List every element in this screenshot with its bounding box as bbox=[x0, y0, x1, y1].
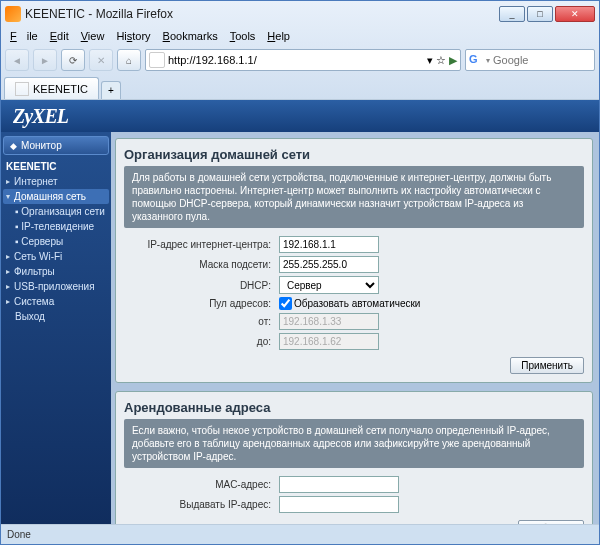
stop-button[interactable]: ✕ bbox=[89, 49, 113, 71]
lbl-netmask: Маска подсети: bbox=[124, 259, 279, 270]
tab-label: KEENETIC bbox=[33, 83, 88, 95]
select-dhcp[interactable]: Сервер bbox=[279, 276, 379, 294]
menu-help[interactable]: Help bbox=[262, 30, 295, 42]
input-router-ip[interactable] bbox=[279, 236, 379, 253]
input-mac[interactable] bbox=[279, 476, 399, 493]
window-title: KEENETIC - Mozilla Firefox bbox=[25, 7, 173, 21]
new-tab-button[interactable]: + bbox=[101, 81, 121, 99]
back-button[interactable]: ◄ bbox=[5, 49, 29, 71]
menu-bookmarks[interactable]: Bookmarks bbox=[158, 30, 223, 42]
lbl-mac: MAC-адрес: bbox=[124, 479, 279, 490]
menu-file[interactable]: File bbox=[5, 30, 43, 42]
menu-tools[interactable]: Tools bbox=[225, 30, 261, 42]
sidebar-item-org[interactable]: Организация сети bbox=[3, 204, 109, 219]
input-pool-from bbox=[279, 313, 379, 330]
maximize-button[interactable]: □ bbox=[527, 6, 553, 22]
minimize-button[interactable]: _ bbox=[499, 6, 525, 22]
sidebar: Монитор KEENETIC Интернет Домашняя сеть … bbox=[1, 132, 111, 524]
brand-logo: ZyXEL bbox=[13, 105, 68, 128]
lbl-pool-to: до: bbox=[124, 336, 279, 347]
menu-edit[interactable]: Edit bbox=[45, 30, 74, 42]
menu-history[interactable]: History bbox=[111, 30, 155, 42]
menu-bar: File Edit View History Bookmarks Tools H… bbox=[1, 27, 599, 45]
checkbox-auto-pool[interactable] bbox=[279, 297, 292, 310]
home-button[interactable]: ⌂ bbox=[117, 49, 141, 71]
input-netmask[interactable] bbox=[279, 256, 379, 273]
sidebar-monitor[interactable]: Монитор bbox=[3, 136, 109, 155]
google-icon: G bbox=[469, 53, 483, 67]
search-dropdown-icon[interactable]: ▾ bbox=[486, 56, 490, 65]
go-button[interactable]: ▶ bbox=[449, 54, 457, 67]
status-bar: Done bbox=[1, 524, 599, 544]
lbl-assign-ip: Выдавать IP-адрес: bbox=[124, 499, 279, 510]
tab-keenetic[interactable]: KEENETIC bbox=[4, 77, 99, 99]
panel1-desc: Для работы в домашней сети устройства, п… bbox=[124, 166, 584, 228]
sidebar-item-exit[interactable]: Выход bbox=[3, 309, 109, 324]
sidebar-item-usb[interactable]: USB-приложения bbox=[3, 279, 109, 294]
lbl-pool: Пул адресов: bbox=[124, 298, 279, 309]
sidebar-item-system[interactable]: Система bbox=[3, 294, 109, 309]
app-icon bbox=[5, 6, 21, 22]
reload-button[interactable]: ⟳ bbox=[61, 49, 85, 71]
site-favicon bbox=[149, 52, 165, 68]
forward-button[interactable]: ► bbox=[33, 49, 57, 71]
search-input[interactable] bbox=[493, 51, 591, 69]
input-pool-to bbox=[279, 333, 379, 350]
tab-favicon bbox=[15, 82, 29, 96]
close-button[interactable]: ✕ bbox=[555, 6, 595, 22]
panel2-title: Арендованные адреса bbox=[124, 400, 584, 419]
url-input[interactable] bbox=[168, 51, 424, 69]
sidebar-item-iptv[interactable]: IP-телевидение bbox=[3, 219, 109, 234]
sidebar-item-filters[interactable]: Фильтры bbox=[3, 264, 109, 279]
url-dropdown-icon[interactable]: ▾ bbox=[427, 54, 433, 67]
lbl-router-ip: IP-адрес интернет-центра: bbox=[124, 239, 279, 250]
lbl-dhcp: DHCP: bbox=[124, 280, 279, 291]
panel2-desc: Если важно, чтобы некое устройство в дом… bbox=[124, 419, 584, 468]
sidebar-item-wifi[interactable]: Сеть Wi-Fi bbox=[3, 249, 109, 264]
sidebar-device-title: KEENETIC bbox=[3, 159, 109, 174]
panel-homenet-org: Организация домашней сети Для работы в д… bbox=[115, 138, 593, 383]
bookmark-star-icon[interactable]: ☆ bbox=[436, 54, 446, 67]
lbl-pool-from: от: bbox=[124, 316, 279, 327]
lbl-auto-pool: Образовать автоматически bbox=[294, 298, 420, 309]
input-assign-ip[interactable] bbox=[279, 496, 399, 513]
menu-view[interactable]: View bbox=[76, 30, 110, 42]
sidebar-item-internet[interactable]: Интернет bbox=[3, 174, 109, 189]
panel-leased-addresses: Арендованные адреса Если важно, чтобы не… bbox=[115, 391, 593, 524]
sidebar-item-servers[interactable]: Серверы bbox=[3, 234, 109, 249]
panel1-title: Организация домашней сети bbox=[124, 147, 584, 166]
apply-button[interactable]: Применить bbox=[510, 357, 584, 374]
sidebar-item-homenet[interactable]: Домашняя сеть bbox=[3, 189, 109, 204]
brand-header: ZyXEL bbox=[1, 100, 599, 132]
